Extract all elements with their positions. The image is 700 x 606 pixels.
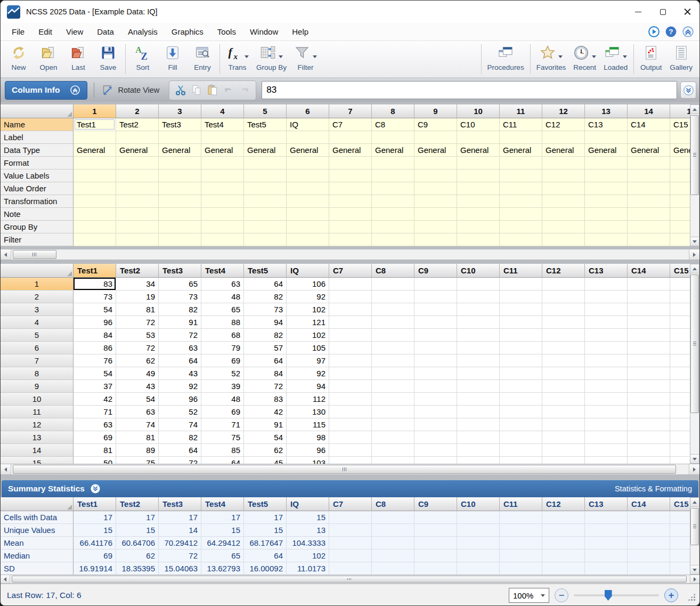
summary-cell[interactable]: 15.04063 [159,562,201,575]
column-info-cell[interactable]: C9 [414,118,457,131]
summary-cell[interactable] [585,524,628,537]
column-info-cell[interactable] [500,208,542,221]
data-cell[interactable]: 53 [116,329,159,342]
data-cell[interactable]: 84 [74,329,116,342]
data-cell[interactable]: 103 [287,457,329,464]
summary-column-header[interactable]: C13 [585,497,628,511]
redo-icon[interactable] [239,84,250,96]
paste-icon[interactable] [207,84,218,96]
data-cell[interactable] [500,457,542,464]
summary-cell[interactable] [329,550,372,562]
column-info-cell[interactable] [670,208,691,221]
summary-cell[interactable] [329,524,372,537]
column-info-row-header[interactable]: Format [1,157,74,169]
data-cell[interactable] [329,354,372,367]
column-info-cell[interactable] [74,182,116,195]
data-cell[interactable] [628,342,670,354]
column-info-column-header[interactable]: 7 [329,104,372,118]
data-cell[interactable] [372,278,414,290]
data-column-header[interactable]: Test5 [244,264,287,278]
column-info-cell[interactable] [244,169,287,182]
data-cell[interactable] [585,457,628,464]
column-info-cell[interactable]: Test1 [74,118,116,131]
loaded-dropdown-caret-icon[interactable] [623,55,627,58]
column-info-toggle-button[interactable]: Column Info [5,81,87,100]
column-info-column-header[interactable]: 9 [414,104,457,118]
summary-cell[interactable]: 68.17647 [244,537,287,550]
scrollbar-thumb[interactable] [12,576,687,583]
column-info-cell[interactable] [74,195,116,208]
procedures-button[interactable]: Procedures [484,41,528,77]
data-cell[interactable] [585,418,628,431]
close-button[interactable] [675,1,699,23]
data-cell[interactable] [500,342,542,354]
data-cell[interactable]: 96 [159,393,201,406]
data-cell[interactable]: 34 [116,278,159,290]
column-info-column-header[interactable]: 4 [201,104,244,118]
data-cell[interactable] [670,316,691,329]
data-cell[interactable] [585,354,628,367]
data-cell[interactable] [372,380,414,393]
data-cell[interactable] [542,367,585,380]
column-info-cell[interactable]: C13 [585,118,628,131]
column-info-cell[interactable] [244,182,287,195]
data-cell[interactable] [542,329,585,342]
column-info-row-header[interactable]: Transformation [1,195,74,208]
data-row-header[interactable]: 6 [1,342,74,354]
column-info-column-header[interactable]: 15 [670,104,691,118]
data-cell[interactable] [628,418,670,431]
column-info-column-header[interactable]: 5 [244,104,287,118]
data-cell[interactable] [542,393,585,406]
data-column-header[interactable]: Test4 [201,264,244,278]
data-cell[interactable] [670,303,691,316]
data-cell[interactable]: 81 [116,303,159,316]
data-cell[interactable]: 98 [287,431,329,444]
column-info-cell[interactable] [628,221,670,233]
summary-cell[interactable]: 69 [74,550,116,562]
column-info-cell[interactable]: Test5 [244,118,287,131]
column-info-cell[interactable] [500,131,542,144]
chevron-down-circle-icon[interactable] [90,483,101,494]
data-cell[interactable] [414,367,457,380]
scroll-down-button[interactable] [690,454,699,463]
data-cell[interactable]: 68 [201,329,244,342]
data-cell[interactable]: 81 [74,444,116,457]
summary-cell[interactable]: 13 [287,524,329,537]
column-info-cell[interactable] [585,195,628,208]
data-cell[interactable] [500,316,542,329]
favorites-button[interactable]: Favorites [533,41,570,77]
summary-cell[interactable] [628,524,670,537]
data-cell[interactable] [329,303,372,316]
column-info-cell[interactable] [414,221,457,233]
data-cell[interactable]: 37 [74,380,116,393]
data-cell[interactable]: 62 [116,354,159,367]
data-cell[interactable] [372,406,414,418]
scroll-down-button[interactable] [690,237,699,246]
data-cell[interactable]: 115 [287,418,329,431]
summary-cell[interactable] [329,511,372,524]
summary-cell[interactable] [329,562,372,575]
column-info-cell[interactable] [116,169,159,182]
summary-cell[interactable]: 104.3333 [287,537,329,550]
summary-cell[interactable] [542,537,585,550]
summary-cell[interactable] [329,537,372,550]
scrollbar-thumb[interactable] [690,274,699,413]
column-info-cell[interactable] [287,169,329,182]
summary-row-header[interactable]: Median [1,550,74,562]
data-cell[interactable] [414,444,457,457]
data-cell[interactable]: 130 [287,406,329,418]
column-info-cell[interactable] [159,221,201,233]
column-info-cell[interactable] [372,131,414,144]
rotate-view-button[interactable]: Rotate View [99,82,166,99]
data-cell[interactable]: 112 [287,393,329,406]
data-cell[interactable]: 52 [201,367,244,380]
column-info-cell[interactable] [287,221,329,233]
column-info-cell[interactable] [329,169,372,182]
data-cell[interactable]: 64 [244,278,287,290]
column-info-cell[interactable] [500,221,542,233]
summary-column-header[interactable]: C7 [329,497,372,511]
column-info-cell[interactable] [585,157,628,169]
data-cell[interactable]: 71 [201,418,244,431]
summary-cell[interactable] [457,524,500,537]
data-column-header[interactable]: C9 [414,264,457,278]
